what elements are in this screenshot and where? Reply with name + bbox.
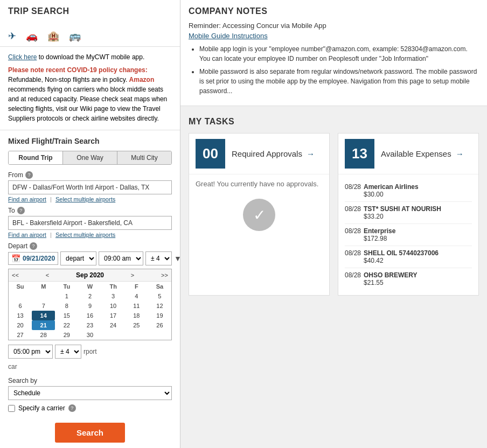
required-approvals-number: 00 bbox=[196, 139, 225, 169]
no-approvals-text: Great! You currently have no approvals. bbox=[196, 180, 323, 188]
return-flex-select[interactable]: ± 4 bbox=[55, 345, 81, 359]
cal-cell-27[interactable]: 27 bbox=[9, 330, 32, 340]
cal-next-btn[interactable]: > bbox=[131, 272, 134, 278]
cal-cell-23[interactable]: 23 bbox=[78, 320, 101, 330]
cal-cell-7[interactable]: 7 bbox=[32, 301, 55, 311]
expense-date: 08/28 bbox=[345, 271, 364, 286]
cal-cell-28[interactable]: 28 bbox=[32, 330, 55, 340]
cal-cell-24[interactable]: 24 bbox=[102, 320, 125, 330]
expense-name: American Airlines bbox=[364, 183, 472, 191]
cal-cell-1[interactable]: 1 bbox=[55, 291, 78, 301]
cal-prev-btn[interactable]: < bbox=[46, 272, 49, 278]
depart-row: 📅 09/21/2020 depart 09:00 am ± 4 ▼ bbox=[8, 251, 172, 265]
cal-cell-18[interactable]: 18 bbox=[125, 311, 148, 320]
cal-header-th: Th bbox=[102, 282, 125, 291]
depart-date-value: 09/21/2020 bbox=[23, 255, 55, 262]
trip-search-title: TRIP SEARCH bbox=[8, 6, 172, 16]
to-help-icon[interactable]: ? bbox=[17, 207, 25, 214]
notes-list: Mobile app login is your "employee numbe… bbox=[189, 44, 479, 96]
train-bus-icon[interactable]: 🚌 bbox=[69, 30, 81, 42]
to-find-airport-link[interactable]: Find an airport bbox=[8, 232, 46, 238]
cal-cell-26[interactable]: 26 bbox=[148, 320, 171, 330]
mycwt-link[interactable]: Click here bbox=[8, 53, 37, 61]
specify-carrier-checkbox[interactable] bbox=[8, 405, 15, 412]
cal-cell-12[interactable]: 12 bbox=[148, 301, 171, 311]
expense-details: SHELL OIL 57440237006 $40.42 bbox=[364, 249, 472, 264]
from-help-icon[interactable]: ? bbox=[25, 171, 33, 179]
cal-cell-17[interactable]: 17 bbox=[102, 311, 125, 320]
expense-item-3[interactable]: 08/28 SHELL OIL 57440237006 $40.42 bbox=[345, 246, 472, 268]
cal-cell-6[interactable]: 6 bbox=[9, 301, 32, 311]
mixed-search-title: Mixed Flight/Train Search bbox=[8, 137, 172, 145]
return-time-select[interactable]: 05:00 pm bbox=[8, 345, 53, 359]
cal-cell-3[interactable]: 3 bbox=[102, 291, 125, 301]
depart-help-icon[interactable]: ? bbox=[30, 242, 37, 250]
cal-cell-13[interactable]: 13 bbox=[9, 311, 32, 320]
depart-date-input[interactable]: 📅 09/21/2020 bbox=[8, 252, 58, 265]
round-trip-tab[interactable]: Round Trip bbox=[9, 151, 63, 164]
depart-time-select[interactable]: depart bbox=[60, 251, 96, 265]
to-input[interactable] bbox=[8, 216, 172, 230]
mobile-guide-link[interactable]: Mobile Guide Instructions bbox=[189, 32, 479, 40]
cal-cell-10[interactable]: 10 bbox=[102, 301, 125, 311]
expense-name: TST* SUSHI AT NOURISH bbox=[364, 205, 472, 213]
multi-city-tab[interactable]: Multi City bbox=[117, 151, 171, 164]
cal-cell-8[interactable]: 8 bbox=[55, 301, 78, 311]
expense-name: OHSO BREWERY bbox=[364, 271, 472, 279]
one-way-tab[interactable]: One Way bbox=[63, 151, 117, 164]
search-by-select[interactable]: Schedule bbox=[8, 386, 172, 400]
company-notes-title: COMPANY NOTES bbox=[189, 6, 479, 16]
depart-time-value-select[interactable]: 09:00 am bbox=[99, 251, 143, 265]
cal-next-next-btn[interactable]: >> bbox=[161, 272, 168, 278]
cal-cell-14-today[interactable]: 14 bbox=[32, 311, 55, 320]
flight-icon[interactable]: ✈ bbox=[8, 30, 16, 42]
required-approvals-card: 00 Required Approvals → Great! You curre… bbox=[189, 133, 330, 296]
cal-cell-16[interactable]: 16 bbox=[78, 311, 101, 320]
hotel-icon[interactable]: 🏨 bbox=[47, 30, 59, 42]
cal-cell-25[interactable]: 25 bbox=[125, 320, 148, 330]
cal-cell-2[interactable]: 2 bbox=[78, 291, 101, 301]
cal-cell-20[interactable]: 20 bbox=[9, 320, 32, 330]
expense-details: Enterprise $172.98 bbox=[364, 227, 472, 242]
expense-item-4[interactable]: 08/28 OHSO BREWERY $21.55 bbox=[345, 268, 472, 290]
search-button[interactable]: Search bbox=[55, 423, 125, 443]
cal-cell-22[interactable]: 22 bbox=[55, 320, 78, 330]
cal-cell-4[interactable]: 4 bbox=[125, 291, 148, 301]
from-select-airports-link[interactable]: Select multiple airports bbox=[55, 196, 115, 202]
cal-cell-5[interactable]: 5 bbox=[148, 291, 171, 301]
from-label: From ? bbox=[8, 171, 172, 179]
cal-cell-9[interactable]: 9 bbox=[78, 301, 101, 311]
tasks-cards: 00 Required Approvals → Great! You curre… bbox=[189, 133, 479, 296]
cal-cell-11[interactable]: 11 bbox=[125, 301, 148, 311]
cal-cell-empty2 bbox=[125, 330, 148, 340]
cal-prev-prev-btn[interactable]: << bbox=[12, 272, 19, 278]
depart-label: Depart ? bbox=[8, 242, 172, 250]
calendar-grid: Su M Tu W Th F Sa 1 2 3 4 5 6 bbox=[9, 282, 171, 340]
from-input[interactable] bbox=[8, 180, 172, 194]
from-find-airport-link[interactable]: Find an airport bbox=[8, 196, 46, 202]
specify-carrier-help-icon[interactable]: ? bbox=[68, 404, 76, 412]
available-expenses-header[interactable]: 13 Available Expenses → bbox=[338, 134, 478, 174]
cal-cell-30[interactable]: 30 bbox=[78, 330, 101, 340]
required-approvals-header[interactable]: 00 Required Approvals → bbox=[189, 134, 329, 174]
to-airport-links: Find an airport | Select multiple airpor… bbox=[8, 232, 172, 238]
expense-name: SHELL OIL 57440237006 bbox=[364, 249, 472, 257]
return-row: 05:00 pm ± 4 rport bbox=[8, 345, 172, 359]
depart-flex-select[interactable]: ± 4 bbox=[145, 251, 172, 265]
expense-details: American Airlines $30.00 bbox=[364, 183, 472, 198]
expense-item-0[interactable]: 08/28 American Airlines $30.00 bbox=[345, 180, 472, 202]
cal-header-tu: Tu bbox=[55, 282, 78, 291]
cal-cell-21-selected[interactable]: 21 bbox=[32, 320, 55, 330]
to-select-airports-link[interactable]: Select multiple airports bbox=[55, 232, 115, 238]
amazon-text: Amazon bbox=[129, 76, 155, 83]
cal-cell-15[interactable]: 15 bbox=[55, 311, 78, 320]
car-icon[interactable]: 🚗 bbox=[26, 30, 38, 42]
expense-item-1[interactable]: 08/28 TST* SUSHI AT NOURISH $33.20 bbox=[345, 202, 472, 224]
cal-cell bbox=[9, 291, 32, 301]
cal-cell-29[interactable]: 29 bbox=[55, 330, 78, 340]
calendar-nav: << < Sep 2020 > >> bbox=[9, 269, 171, 282]
expense-item-2[interactable]: 08/28 Enterprise $172.98 bbox=[345, 224, 472, 246]
trip-search-header: TRIP SEARCH bbox=[0, 0, 180, 26]
cal-cell-19[interactable]: 19 bbox=[148, 311, 171, 320]
required-approvals-body: Great! You currently have no approvals. … bbox=[189, 174, 329, 247]
